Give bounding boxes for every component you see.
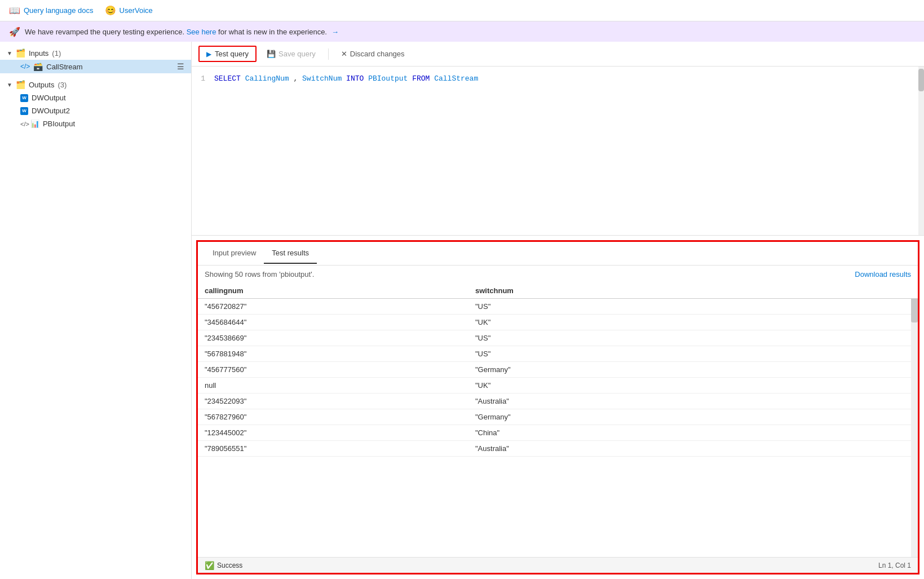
code-line-content-1: SELECT CallingNum , SwitchNum INTO PBIou…	[214, 73, 478, 85]
col-header-callingnum: callingnum	[205, 286, 475, 295]
callstream-action-icon[interactable]: ☰	[177, 62, 184, 71]
inputs-label: Inputs	[29, 49, 48, 58]
cell-callingnum: "345684644"	[205, 318, 475, 326]
cell-switchnum: "UK"	[475, 318, 911, 326]
save-query-button[interactable]: 💾 Save query	[261, 47, 321, 61]
dw-output-icon: W	[20, 94, 28, 102]
line-number-1: 1	[192, 73, 214, 85]
cell-switchnum: "Australia"	[475, 397, 911, 405]
editor-scrollbar-thumb[interactable]	[918, 69, 924, 91]
cell-switchnum: "Germany"	[475, 365, 911, 374]
discard-changes-button[interactable]: ✕ Discard changes	[335, 47, 410, 61]
keyword-select: SELECT	[214, 74, 241, 83]
test-query-button[interactable]: ▶ Test query	[198, 46, 257, 62]
editor-scrollbar[interactable]	[918, 67, 924, 235]
results-header: Showing 50 rows from 'pbioutput'. Downlo…	[198, 266, 918, 283]
cell-callingnum: "567881948"	[205, 350, 475, 358]
table-row: "345684644""UK"	[198, 315, 918, 330]
top-nav: 📖 Query language docs 😊 UserVoice	[0, 0, 924, 21]
status-success: ✅ Success	[205, 561, 242, 570]
table-row: "234522093""Australia"	[198, 394, 918, 409]
cell-callingnum: null	[205, 381, 475, 390]
table-row: "567827960""Germany"	[198, 409, 918, 425]
inputs-header[interactable]: ▼ 🗂️ Inputs (1)	[0, 46, 191, 60]
outputs-folder-icon: 🗂️	[16, 80, 25, 89]
cell-switchnum: "US"	[475, 302, 911, 311]
tab-test-results[interactable]: Test results	[264, 243, 317, 264]
inputs-count: (1)	[52, 49, 61, 58]
announcement-banner: 🚀 We have revamped the query testing exp…	[0, 21, 924, 42]
tab-input-preview[interactable]: Input preview	[205, 243, 264, 264]
banner-link[interactable]: See here	[187, 28, 216, 36]
field-switchnum: SwitchNum	[302, 74, 342, 83]
status-bar: ✅ Success Ln 1, Col 1	[198, 557, 918, 573]
tab-input-preview-label: Input preview	[213, 249, 256, 257]
rocket-icon: 🚀	[9, 26, 20, 37]
col-header-switchnum: switchnum	[475, 286, 911, 295]
code-line-1: 1 SELECT CallingNum , SwitchNum INTO PBI…	[192, 73, 924, 85]
cell-switchnum: "Germany"	[475, 413, 911, 421]
pbi-output-item[interactable]: </> 📊 PBIoutput	[0, 117, 191, 130]
code-editor[interactable]: 1 SELECT CallingNum , SwitchNum INTO PBI…	[192, 67, 924, 236]
uservoice-label: UserVoice	[120, 6, 153, 15]
toolbar: ▶ Test query 💾 Save query ✕ Discard chan…	[192, 42, 924, 67]
outputs-header[interactable]: ▼ 🗂️ Outputs (3)	[0, 78, 191, 91]
save-query-label: Save query	[278, 50, 316, 58]
sidebar: ▼ 🗂️ Inputs (1) </> 🗃️ CallStream ☰ ▼ 🗂️…	[0, 42, 192, 579]
table-row: "123445002""China"	[198, 425, 918, 441]
results-scrollbar[interactable]	[911, 283, 918, 557]
dw-output-label: DWOutput	[32, 94, 66, 102]
table-row: "567881948""US"	[198, 346, 918, 362]
query-docs-link[interactable]: 📖 Query language docs	[9, 5, 94, 16]
cell-switchnum: "US"	[475, 350, 911, 358]
output-name: PBIoutput	[368, 74, 408, 83]
results-panel: Input preview Test results Showing 50 ro…	[196, 240, 919, 574]
code-icon: </>	[20, 63, 30, 70]
table-row: "456777560""Germany"	[198, 362, 918, 378]
pbi-output-label: PBIoutput	[43, 120, 75, 128]
tabs-bar: Input preview Test results	[198, 242, 918, 266]
results-table[interactable]: callingnum switchnum "456720827""US""345…	[198, 283, 918, 557]
book-icon: 📖	[9, 5, 20, 16]
showing-text: Showing 50 rows from 'pbioutput'.	[205, 270, 314, 279]
cell-callingnum: "456720827"	[205, 302, 475, 311]
smile-icon: 😊	[105, 5, 116, 16]
position-label: Ln 1, Col 1	[878, 562, 911, 569]
toolbar-divider	[328, 48, 329, 60]
callstream-item[interactable]: </> 🗃️ CallStream ☰	[0, 60, 191, 73]
banner-text: We have revamped the query testing exper…	[25, 28, 327, 36]
download-results-link[interactable]: Download results	[855, 270, 911, 279]
table-name: CallStream	[434, 74, 478, 83]
dw-output-item[interactable]: W DWOutput	[0, 91, 191, 104]
main-layout: ▼ 🗂️ Inputs (1) </> 🗃️ CallStream ☰ ▼ 🗂️…	[0, 42, 924, 579]
cell-callingnum: "567827960"	[205, 413, 475, 421]
cell-callingnum: "789056551"	[205, 444, 475, 453]
content-area: ▶ Test query 💾 Save query ✕ Discard chan…	[192, 42, 924, 579]
table-header: callingnum switchnum	[198, 283, 918, 299]
success-label: Success	[217, 562, 242, 569]
cell-switchnum: "UK"	[475, 381, 911, 390]
pbi-output-icon: </> 📊	[20, 120, 39, 128]
callstream-label: CallStream	[46, 63, 82, 71]
field-callingnum: CallingNum	[245, 74, 289, 83]
dw-output2-item[interactable]: W DWOutput2	[0, 104, 191, 117]
table-row: null"UK"	[198, 378, 918, 394]
discard-icon: ✕	[341, 50, 347, 58]
cell-callingnum: "123445002"	[205, 428, 475, 437]
cell-callingnum: "234538669"	[205, 334, 475, 342]
keyword-into: INTO	[346, 74, 364, 83]
table-body: "456720827""US""345684644""UK""234538669…	[198, 299, 918, 457]
outputs-label: Outputs	[29, 81, 55, 89]
uservoice-link[interactable]: 😊 UserVoice	[105, 5, 153, 16]
outputs-toggle-icon: ▼	[7, 82, 12, 88]
stream-icon: 🗃️	[33, 62, 43, 71]
outputs-section: ▼ 🗂️ Outputs (3) W DWOutput W DWOutput2 …	[0, 78, 191, 130]
test-query-label: Test query	[215, 50, 249, 58]
keyword-from: FROM	[412, 74, 430, 83]
discard-changes-label: Discard changes	[350, 50, 405, 58]
arrow-icon: →	[331, 28, 339, 36]
cell-switchnum: "Australia"	[475, 444, 911, 453]
outputs-count: (3)	[58, 81, 67, 89]
cell-callingnum: "234522093"	[205, 397, 475, 405]
success-icon: ✅	[205, 561, 214, 570]
